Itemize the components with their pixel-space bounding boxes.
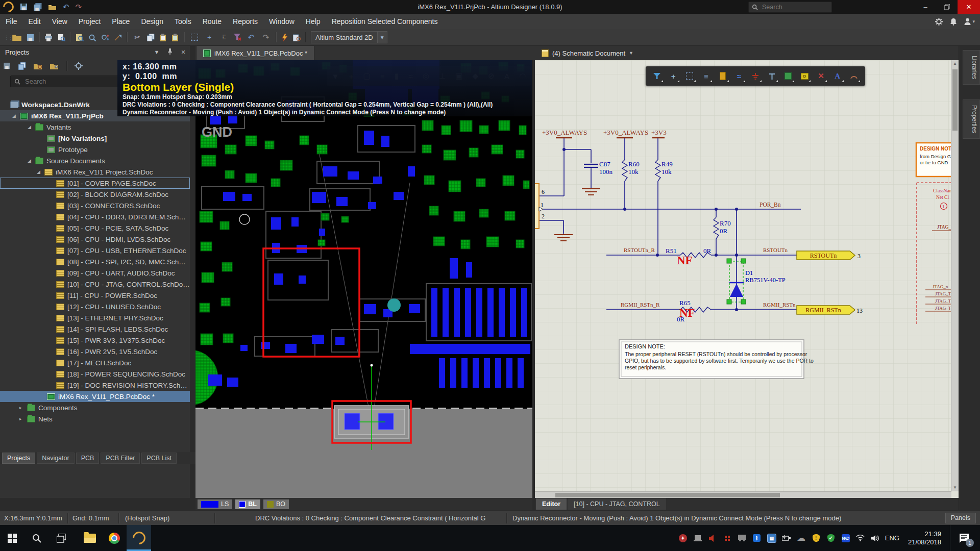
tab-properties[interactable]: Properties (963, 99, 980, 139)
place-no-erc-icon[interactable]: ✕ (815, 70, 827, 82)
menu-project[interactable]: Project (73, 14, 107, 29)
place-power-port-icon[interactable] (766, 70, 778, 82)
save-project-icon[interactable] (3, 62, 11, 70)
start-button[interactable] (0, 525, 24, 551)
panel-close-icon[interactable]: ✕ (177, 49, 190, 56)
tab-navigator[interactable]: Navigator (37, 453, 75, 464)
select-area-icon[interactable] (683, 70, 696, 82)
tree-item-variants[interactable]: ◢Variants (0, 121, 190, 133)
place-arc-icon[interactable] (848, 70, 860, 82)
taskbar-search-button[interactable] (24, 525, 49, 551)
tree-item-schdoc-11[interactable]: [11] - CPU - POWER.SchDoc (0, 290, 190, 301)
power-net-label[interactable]: +3V3 (651, 129, 667, 136)
expand-icon[interactable]: ▸ (19, 405, 27, 410)
tab-editor[interactable]: Editor (536, 498, 567, 510)
connector-part[interactable] (535, 184, 539, 229)
filter-clear-icon[interactable] (234, 34, 241, 41)
menu-reposition[interactable]: Reposition Selected Components (326, 14, 444, 29)
language-indicator[interactable]: ENG (885, 533, 899, 543)
schematic-toolbar[interactable]: + ≡ ≈ D ✕ A (646, 66, 865, 86)
bell-icon[interactable] (950, 18, 957, 26)
cross-probe-icon[interactable] (114, 34, 122, 41)
net-label-rstoutn[interactable]: RSTOUTn (763, 247, 788, 253)
settings-gear-icon[interactable] (75, 62, 83, 70)
refdes[interactable]: R51 (666, 247, 677, 255)
power-plug-icon[interactable] (781, 533, 792, 543)
tree-item-top-schematic[interactable]: ◢iMX6 Rex_V1I1 Project.SchDoc (0, 166, 190, 178)
onedrive-cloud-icon[interactable]: ☁ (796, 533, 806, 543)
chrome-button[interactable] (102, 525, 127, 551)
tree-item-schdoc-17[interactable]: [17] - MECH.SchDoc (0, 357, 190, 368)
shield-warning-icon[interactable]: ! (811, 533, 821, 543)
tree-item-prototype[interactable]: Prototype (0, 144, 190, 155)
tree-item-schdoc-01[interactable]: [01] - COVER PAGE.SchDoc (0, 178, 190, 189)
refdes[interactable]: R60 (628, 160, 640, 168)
file-explorer-button[interactable] (78, 525, 102, 551)
scroll-up-icon[interactable]: ▲ (951, 60, 959, 67)
task-view-button[interactable] (49, 525, 74, 551)
menu-place[interactable]: Place (106, 14, 135, 29)
paste-special-icon[interactable] (172, 34, 179, 41)
copy-icon[interactable] (147, 34, 155, 41)
tray-display-app-icon[interactable]: ▤ (767, 533, 777, 543)
collapse-icon[interactable]: ◢ (12, 113, 20, 118)
toolbar-grip[interactable]: ⋮⋮ (4, 35, 7, 40)
tree-item-schdoc-13[interactable]: [13] - ETHERNET PHY.SchDoc (0, 312, 190, 323)
tray-remote-app-icon[interactable]: ✦ (678, 533, 688, 543)
user-account-icon[interactable]: ▾ (964, 18, 975, 26)
tree-item-schdoc-08[interactable]: [08] - CPU - SPI, I2C, SD, MMC.SchDoc (0, 256, 190, 267)
tab-pcb[interactable]: PCB (76, 453, 100, 464)
select-area-icon[interactable] (189, 32, 200, 42)
tree-item-schdoc-16[interactable]: [16] - PWR 2V5, 1V5.SchDoc (0, 346, 190, 357)
tree-item-schdoc-10[interactable]: [10] - CPU - JTAG, CONTROL.SchDoc * (0, 279, 190, 290)
layer-tab-bo[interactable]: BO (263, 499, 289, 509)
menu-reports[interactable]: Reports (227, 14, 263, 29)
filter-icon[interactable] (651, 70, 663, 82)
wifi-icon[interactable] (855, 533, 866, 543)
tray-network-app-icon[interactable] (722, 533, 732, 543)
place-part-icon[interactable] (717, 70, 729, 82)
refdes[interactable]: R65 (679, 299, 691, 307)
schematic-hscrollbar[interactable] (535, 491, 951, 498)
global-search-box[interactable] (748, 2, 832, 13)
restore-button[interactable] (936, 0, 958, 14)
panels-button[interactable]: Panels (945, 513, 976, 523)
volume-icon[interactable] (870, 533, 880, 543)
tray-audio-app-icon[interactable] (707, 533, 718, 543)
tree-item-pcbdoc[interactable]: iMX6 Rex_V1I1_PCB.PcbDoc * (0, 391, 190, 402)
value[interactable]: 100n (599, 168, 613, 176)
tab-schematic-document[interactable]: (4) Schematic Document ▼ (535, 46, 640, 60)
collapse-icon[interactable]: ◢ (28, 124, 35, 130)
combo-dropdown-icon[interactable]: ▼ (377, 32, 387, 43)
scroll-down-icon[interactable]: ▼ (951, 484, 959, 491)
refdes[interactable]: D1 (745, 269, 753, 277)
port-rgmii-rstn[interactable]: RGMII_RSTn (797, 306, 855, 314)
value[interactable]: 10k (662, 168, 672, 176)
align-icon[interactable]: ≡ (700, 70, 712, 82)
menu-design[interactable]: Design (135, 14, 169, 29)
tab-projects[interactable]: Projects (2, 453, 35, 464)
tree-item-schdoc-02[interactable]: [02] - BLOCK DIAGRAM.SchDoc (0, 189, 190, 200)
value[interactable]: 0R (720, 227, 728, 235)
zoom-document-icon[interactable] (76, 34, 84, 41)
altium-designer-button[interactable] (127, 525, 151, 551)
antivirus-ok-icon[interactable]: ✓ (826, 533, 836, 543)
project-options-icon[interactable] (50, 62, 59, 70)
tab-pcb-document[interactable]: iMX6 Rex_V1I1_PCB.PcbDoc * (196, 46, 314, 60)
value[interactable]: 0R (703, 247, 712, 255)
tab-dropdown-icon[interactable]: ▼ (629, 51, 633, 56)
tree-item-schdoc-12[interactable]: [12] - CPU - UNUSED.SchDoc (0, 301, 190, 312)
gear-icon[interactable] (935, 18, 943, 26)
pcb-editor-view[interactable]: GND ▼+ ▢≡ ▮≈ ◎⊥ ▣◆ ⊘A ◠ (195, 60, 532, 498)
move-icon[interactable]: + (204, 32, 214, 42)
move-icon[interactable]: + (667, 70, 679, 82)
close-button[interactable]: ✕ (958, 0, 980, 14)
undo-icon[interactable]: ↶ (246, 32, 256, 42)
collapse-icon[interactable]: ◢ (28, 158, 35, 163)
tree-item-source-documents[interactable]: ◢Source Documents (0, 155, 190, 166)
save-icon[interactable] (27, 34, 34, 41)
layer-tab-bl[interactable]: BL (235, 499, 260, 509)
vscroll-thumb[interactable] (952, 69, 958, 131)
schematic-view[interactable]: +3V0_ALWAYS +3V0_ALWAYS +3V3 6 1 2 C87 1… (535, 60, 959, 498)
menu-file[interactable]: File (0, 14, 23, 29)
